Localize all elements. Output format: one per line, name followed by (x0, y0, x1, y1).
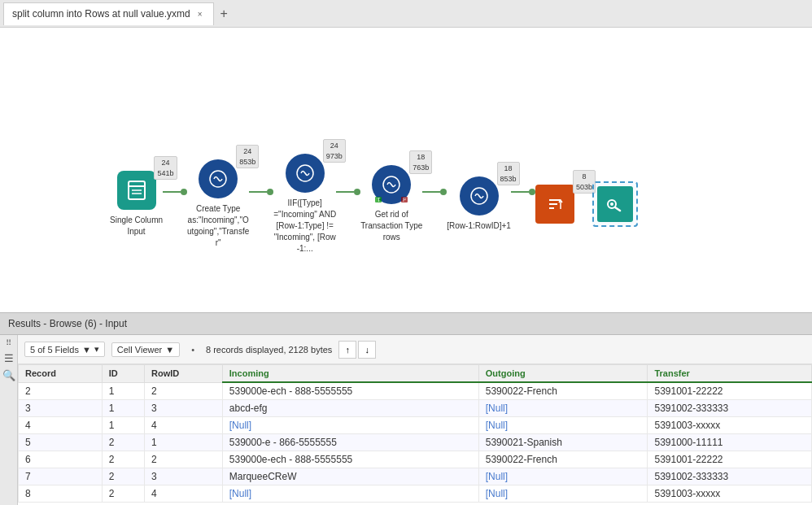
fields-selector[interactable]: 5 of 5 Fields ▼ ▾ (24, 342, 105, 357)
sort-buttons: ↑ ↓ (338, 341, 376, 359)
cell-outgoing: [Null] (478, 468, 648, 485)
separator-dot: • (186, 345, 199, 355)
node-label-3: IIF([Type]="Incoming" AND[Row-1:Type] !=… (273, 198, 336, 255)
node-record-id[interactable]: 18853b [Row-1:RowID]+1 (447, 176, 511, 232)
col-header-outgoing: Outgoing (478, 365, 648, 383)
cell-transfer: 5391002-333333 (648, 400, 812, 417)
drag-handle-icon: ⠿ (6, 338, 12, 347)
cell-outgoing: 5390021-Spanish (478, 434, 648, 451)
tab-close-button[interactable]: × (195, 9, 205, 20)
cell-id: 2 (102, 451, 144, 468)
cell-incoming: [Null] (222, 417, 478, 434)
workflow-diagram: 24541b Single ColumnInput (110, 154, 638, 255)
results-label: Results - Browse (6) - Input (8, 318, 127, 329)
node-icon-single-col (117, 171, 156, 210)
table-header-row: Record ID RowID Incoming Outgoing Transf… (19, 365, 812, 383)
cell-transfer: 5391002-333333 (648, 468, 812, 485)
table-wrapper[interactable]: 5 of 5 Fields ▼ ▾ Cell Viewer ▼ • 8 reco… (18, 335, 812, 505)
badge-4: 18763b (409, 150, 432, 174)
node-icon-create-type (199, 159, 238, 198)
svg-point-14 (610, 202, 613, 206)
cell-transfer: 5391001-22222 (648, 382, 812, 400)
cell-incoming: 539000e-ech - 888-5555555 (222, 382, 478, 400)
cell-record: 7 (19, 468, 103, 485)
cell-outgoing: 5390022-French (478, 382, 648, 400)
main-tab[interactable]: split column into Rows at null value.yxm… (3, 2, 214, 25)
col-header-transfer: Transfer (648, 365, 812, 383)
tab-bar: split column into Rows at null value.yxm… (0, 0, 812, 28)
cell-id: 2 (102, 434, 144, 451)
sort-down-button[interactable]: ↓ (358, 341, 376, 359)
connector-dot-4 (440, 189, 447, 195)
node-icon-iif (286, 154, 325, 193)
connector-dot-2 (267, 189, 273, 195)
workflow-canvas[interactable]: 24541b Single ColumnInput (0, 28, 812, 312)
sort-up-button[interactable]: ↑ (338, 341, 356, 359)
badge-5: 18853b (497, 162, 520, 185)
connector-2 (249, 191, 267, 193)
node-label-5: [Row-1:RowID]+1 (447, 220, 511, 232)
table-row[interactable]: 521539000-e - 866-55555555390021-Spanish… (19, 434, 812, 451)
new-tab-button[interactable]: + (214, 7, 234, 21)
cell-record: 6 (19, 451, 103, 468)
cell-record: 4 (19, 417, 103, 434)
cell-outgoing: [Null] (478, 400, 648, 417)
cell-incoming: 539000e-ech - 888-5555555 (222, 451, 478, 468)
table-row[interactable]: 723MarqueeCReW[Null]5391002-333333 (19, 468, 812, 485)
cell-rowid: 4 (145, 417, 223, 434)
connector-dot-5 (529, 189, 535, 195)
cell-record: 2 (19, 382, 103, 400)
fields-chevron-up: ▾ (94, 344, 99, 355)
cell-transfer: 5391003-xxxxx (648, 485, 812, 503)
node-icon-sort (535, 185, 574, 224)
table-row[interactable]: 824[Null][Null]5391003-xxxxx (19, 485, 812, 503)
cell-transfer: 5391001-22222 (648, 451, 812, 468)
grid-toolbar: 5 of 5 Fields ▼ ▾ Cell Viewer ▼ • 8 reco… (18, 335, 812, 364)
canvas-wrapper: 24541b Single ColumnInput (0, 28, 812, 505)
connector-1 (163, 191, 181, 193)
fields-chevron-down: ▼ (82, 345, 91, 355)
badge-3: 24973b (323, 139, 346, 163)
cell-id: 1 (102, 400, 144, 417)
cell-incoming: abcd-efg (222, 400, 478, 417)
node-icon-record-id (460, 176, 499, 215)
node-single-col[interactable]: 24541b Single ColumnInput (110, 171, 163, 237)
svg-line-13 (615, 207, 620, 211)
node-filter[interactable]: T F 18763b Get rid ofTransaction Typerow… (360, 165, 422, 243)
cell-rowid: 1 (145, 434, 223, 451)
cell-rowid: 2 (145, 451, 223, 468)
node-iif[interactable]: 24973b IIF([Type]="Incoming" AND[Row-1:T… (273, 154, 336, 255)
connector-3 (336, 191, 354, 193)
cell-id: 1 (102, 382, 144, 400)
cell-record: 5 (19, 434, 103, 451)
badge-2: 24853b (236, 145, 259, 168)
results-bar: Results - Browse (6) - Input (0, 312, 812, 335)
cell-record: 8 (19, 485, 103, 503)
cell-transfer: 5391000-11111 (648, 434, 812, 451)
col-header-rowid: RowID (145, 365, 223, 383)
cell-record: 3 (19, 400, 103, 417)
cell-viewer-selector[interactable]: Cell Viewer ▼ (111, 342, 180, 357)
table-row[interactable]: 313abcd-efg[Null]5391002-333333 (19, 400, 812, 417)
node-sort[interactable]: 8503b (535, 185, 574, 224)
connector-dot-1 (181, 189, 187, 195)
data-table: Record ID RowID Incoming Outgoing Transf… (18, 364, 812, 503)
cell-viewer-label: Cell Viewer (117, 345, 162, 355)
table-body: 212539000e-ech - 888-55555555390022-Fren… (19, 382, 812, 503)
node-create-type[interactable]: 24853b Create Typeas:"Incoming","Outgoin… (187, 159, 249, 249)
table-row[interactable]: 212539000e-ech - 888-55555555390022-Fren… (19, 382, 812, 400)
table-row[interactable]: 622539000e-ech - 888-55555555390022-Fren… (19, 451, 812, 468)
cell-incoming: 539000-e - 866-5555555 (222, 434, 478, 451)
settings-icon[interactable]: ☰ (4, 352, 14, 364)
grid-container[interactable]: ⠿ ☰ 🔍 5 of 5 Fields ▼ ▾ Cell Viewer (0, 335, 812, 505)
cell-outgoing: [Null] (478, 417, 648, 434)
cell-viewer-chevron: ▼ (165, 345, 174, 355)
table-row[interactable]: 414[Null][Null]5391003-xxxxx (19, 417, 812, 434)
col-header-record: Record (19, 365, 103, 383)
records-info: 8 records displayed, 2128 bytes (206, 345, 332, 355)
tab-title: split column into Rows at null value.yxm… (12, 8, 190, 20)
node-label-2: Create Typeas:"Incoming","Outgoing","Tra… (187, 203, 249, 249)
col-header-incoming: Incoming (222, 365, 478, 383)
node-browse[interactable] (592, 181, 638, 227)
binoculars-icon[interactable]: 🔍 (2, 369, 15, 381)
